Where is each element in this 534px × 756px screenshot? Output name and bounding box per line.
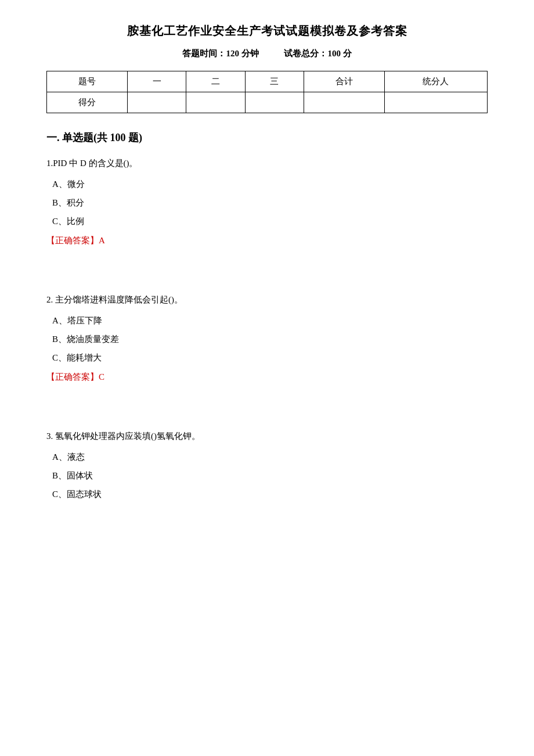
question-block-1: 1.PID 中 D 的含义是()。 A、微分 B、积分 C、比例 【正确答案】A — [46, 156, 488, 246]
answer-label-2: 【正确答案】 — [46, 372, 99, 381]
question-text-3: 3. 氢氧化钾处理器内应装填()氢氧化钾。 — [46, 429, 488, 443]
answer-value-1: A — [99, 236, 105, 245]
question-text-1: 1.PID 中 D 的含义是()。 — [46, 156, 488, 170]
header-tihao: 题号 — [47, 71, 128, 92]
option-3b: B、固体状 — [46, 469, 488, 483]
score-one — [128, 92, 186, 113]
option-3c: C、固态球状 — [46, 487, 488, 501]
subtitle-score: 试卷总分：100 分 — [284, 49, 351, 58]
option-1b: B、积分 — [46, 196, 488, 210]
option-1c: C、比例 — [46, 214, 488, 228]
score-two — [186, 92, 245, 113]
header-one: 一 — [128, 71, 186, 92]
question-block-3: 3. 氢氧化钾处理器内应装填()氢氧化钾。 A、液态 B、固体状 C、固态球状 — [46, 429, 488, 501]
question-block-2: 2. 主分馏塔进料温度降低会引起()。 A、塔压下降 B、烧油质量变差 C、能耗… — [46, 293, 488, 383]
header-total: 合计 — [304, 71, 384, 92]
score-label: 得分 — [47, 92, 128, 113]
score-total — [304, 92, 384, 113]
header-three: 三 — [245, 71, 304, 92]
header-scorer: 统分人 — [384, 71, 487, 92]
answer-label-1: 【正确答案】 — [46, 236, 99, 245]
spacer-2 — [46, 400, 488, 429]
page-title: 胺基化工艺作业安全生产考试试题模拟卷及参考答案 — [46, 23, 488, 39]
option-1a: A、微分 — [46, 177, 488, 191]
option-2c: C、能耗增大 — [46, 351, 488, 365]
spacer-1 — [46, 264, 488, 293]
score-three — [245, 92, 304, 113]
option-2b: B、烧油质量变差 — [46, 332, 488, 346]
subtitle: 答题时间：120 分钟 试卷总分：100 分 — [46, 48, 488, 59]
score-scorer — [384, 92, 487, 113]
table-header-row: 题号 一 二 三 合计 统分人 — [47, 71, 488, 92]
header-two: 二 — [186, 71, 245, 92]
option-2a: A、塔压下降 — [46, 314, 488, 327]
answer-value-2: C — [99, 372, 104, 381]
subtitle-time: 答题时间：120 分钟 — [182, 49, 258, 58]
question-text-2: 2. 主分馏塔进料温度降低会引起()。 — [46, 293, 488, 307]
answer-1: 【正确答案】A — [46, 235, 488, 246]
section1-title: 一. 单选题(共 100 题) — [46, 131, 488, 145]
option-3a: A、液态 — [46, 450, 488, 464]
table-score-row: 得分 — [47, 92, 488, 113]
score-table: 题号 一 二 三 合计 统分人 得分 — [46, 71, 488, 113]
answer-2: 【正确答案】C — [46, 372, 488, 383]
